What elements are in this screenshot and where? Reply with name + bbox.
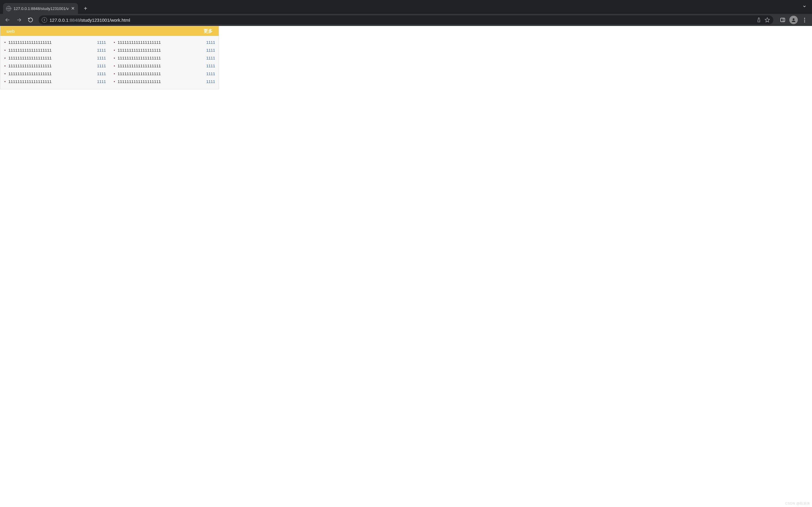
watermark-text: CSDN @顾派侠 bbox=[785, 501, 810, 506]
close-icon[interactable]: ✕ bbox=[71, 6, 75, 11]
list-item[interactable]: 11111111111111111111111 bbox=[4, 70, 106, 77]
new-tab-button[interactable]: + bbox=[81, 4, 90, 13]
widget-title: web bbox=[6, 29, 204, 34]
svg-point-5 bbox=[793, 18, 795, 20]
bullet-icon bbox=[5, 81, 5, 82]
bullet-icon bbox=[114, 58, 115, 59]
bookmark-star-icon[interactable] bbox=[764, 17, 770, 23]
list-item-meta: 1111 bbox=[206, 71, 215, 76]
list-item-meta: 1111 bbox=[97, 79, 106, 84]
menu-button[interactable] bbox=[799, 15, 810, 25]
list-item[interactable]: 11111111111111111111111 bbox=[113, 54, 215, 62]
list-item-meta: 1111 bbox=[206, 56, 215, 60]
list-item[interactable]: 11111111111111111111111 bbox=[4, 77, 106, 86]
browser-toolbar: 127.0.0.1:8848/study1231001/work.html bbox=[0, 14, 812, 26]
svg-rect-3 bbox=[780, 18, 785, 22]
page-viewport: web 更多 111111111111111111111111111111111… bbox=[0, 26, 812, 507]
reload-button[interactable] bbox=[26, 15, 36, 25]
list-item-text: 1111111111111111111 bbox=[8, 71, 94, 76]
list-item[interactable]: 11111111111111111111111 bbox=[113, 77, 215, 86]
list-item-meta: 1111 bbox=[97, 40, 106, 45]
bullet-icon bbox=[114, 42, 115, 43]
list-item-text: 1111111111111111111 bbox=[118, 71, 204, 76]
list-item-meta: 1111 bbox=[97, 71, 106, 76]
forward-button[interactable] bbox=[14, 15, 24, 25]
tab-strip: 127.0.0.1:8848/study1231001/v ✕ + bbox=[0, 0, 812, 14]
list-item-text: 1111111111111111111 bbox=[8, 64, 94, 68]
bullet-icon bbox=[114, 65, 115, 66]
list-item-meta: 1111 bbox=[206, 48, 215, 53]
bullet-icon bbox=[114, 73, 115, 74]
avatar-icon bbox=[789, 16, 798, 24]
more-link[interactable]: 更多 bbox=[204, 29, 213, 34]
widget-body: 1111111111111111111111111111111111111111… bbox=[0, 36, 219, 89]
bullet-icon bbox=[5, 58, 5, 59]
toolbar-right bbox=[777, 15, 810, 25]
url-text: 127.0.0.1:8848/study1231001/work.html bbox=[50, 17, 130, 23]
list-item-text: 1111111111111111111 bbox=[8, 79, 94, 84]
list-item-meta: 1111 bbox=[206, 79, 215, 84]
list-item[interactable]: 11111111111111111111111 bbox=[113, 46, 215, 54]
list-item[interactable]: 11111111111111111111111 bbox=[4, 38, 106, 46]
widget-column-right: 1111111111111111111111111111111111111111… bbox=[113, 38, 215, 86]
browser-chrome: 127.0.0.1:8848/study1231001/v ✕ + 127.0.… bbox=[0, 0, 812, 26]
list-item-text: 1111111111111111111 bbox=[118, 40, 204, 45]
kebab-icon bbox=[804, 18, 805, 22]
list-item-text: 1111111111111111111 bbox=[8, 48, 94, 53]
globe-icon bbox=[6, 6, 11, 11]
list-item[interactable]: 11111111111111111111111 bbox=[113, 70, 215, 77]
bullet-icon bbox=[114, 81, 115, 82]
list-item-text: 1111111111111111111 bbox=[118, 56, 204, 60]
list-item-meta: 1111 bbox=[206, 40, 215, 45]
list-item[interactable]: 11111111111111111111111 bbox=[113, 62, 215, 70]
widget-column-left: 1111111111111111111111111111111111111111… bbox=[4, 38, 106, 86]
bullet-icon bbox=[5, 73, 5, 74]
bullet-icon bbox=[5, 65, 5, 66]
list-item-text: 1111111111111111111 bbox=[118, 48, 204, 53]
bullet-icon bbox=[114, 50, 115, 51]
list-item-text: 1111111111111111111 bbox=[118, 64, 204, 68]
list-item-text: 1111111111111111111 bbox=[118, 79, 204, 84]
list-item[interactable]: 11111111111111111111111 bbox=[4, 46, 106, 54]
bullet-icon bbox=[5, 42, 5, 43]
widget-header: web 更多 bbox=[0, 26, 219, 36]
address-bar[interactable]: 127.0.0.1:8848/study1231001/work.html bbox=[39, 15, 773, 24]
tab-title: 127.0.0.1:8848/study1231001/v bbox=[14, 6, 68, 11]
list-item-meta: 1111 bbox=[206, 64, 215, 68]
list-item[interactable]: 11111111111111111111111 bbox=[4, 62, 106, 70]
list-item-meta: 1111 bbox=[97, 56, 106, 60]
tabs-dropdown-button[interactable] bbox=[802, 4, 807, 8]
list-item-meta: 1111 bbox=[97, 64, 106, 68]
bullet-icon bbox=[5, 50, 5, 51]
browser-tab[interactable]: 127.0.0.1:8848/study1231001/v ✕ bbox=[3, 3, 78, 14]
back-button[interactable] bbox=[2, 15, 13, 25]
profile-button[interactable] bbox=[789, 15, 799, 25]
list-item[interactable]: 11111111111111111111111 bbox=[4, 54, 106, 62]
site-info-icon[interactable] bbox=[42, 17, 47, 23]
news-widget: web 更多 111111111111111111111111111111111… bbox=[0, 26, 219, 89]
share-icon[interactable] bbox=[756, 17, 762, 23]
list-item[interactable]: 11111111111111111111111 bbox=[113, 38, 215, 46]
list-item-text: 1111111111111111111 bbox=[8, 56, 94, 60]
svg-marker-2 bbox=[765, 18, 770, 22]
list-item-meta: 1111 bbox=[97, 48, 106, 53]
list-item-text: 1111111111111111111 bbox=[8, 40, 94, 45]
side-panel-icon[interactable] bbox=[777, 15, 788, 25]
